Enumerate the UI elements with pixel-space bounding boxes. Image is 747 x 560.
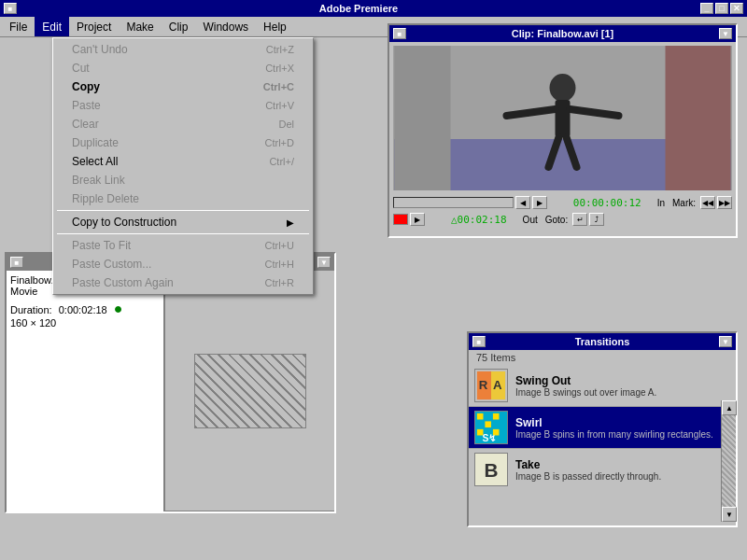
menu-paste[interactable]: Paste Ctrl+V xyxy=(53,96,313,115)
menu-help[interactable]: Help xyxy=(256,17,294,36)
transition-item-take[interactable]: B Take Image B is passed directly throug… xyxy=(469,449,721,486)
menu-clear[interactable]: Clear Del xyxy=(53,115,313,133)
menu-project[interactable]: Project xyxy=(69,17,119,36)
project-preview-pane xyxy=(165,271,334,511)
menu-cut[interactable]: Cut Ctrl+X xyxy=(53,59,313,77)
clip-video-area xyxy=(393,46,732,190)
transition-info-take: Take Image B is passed directly through. xyxy=(515,458,715,482)
clip-timecode2: △00:02:18 xyxy=(451,214,507,226)
project-min-btn[interactable]: ▼ xyxy=(317,257,331,268)
transitions-system-menu[interactable]: ■ xyxy=(472,336,486,347)
project-duration-row: Duration: 0:00:02:18 ● xyxy=(10,301,160,317)
clip-timecode1: 00:00:00:12 xyxy=(573,197,641,209)
menu-ripple-delete[interactable]: Ripple Delete xyxy=(53,189,313,208)
svg-text:S↯: S↯ xyxy=(483,433,497,443)
transition-name-swirl: Swirl xyxy=(515,416,715,429)
transition-icon-swing-out: R A xyxy=(474,369,508,402)
transitions-list: R A Swing Out Image B swings out over im… xyxy=(469,365,721,486)
project-preview-hatch xyxy=(194,354,306,428)
svg-rect-22 xyxy=(493,421,500,427)
clip-window: ■ Clip: Finalbow.avi [1] ▼ xyxy=(388,23,738,238)
menu-copy-to-construction[interactable]: Copy to Construction ▶ xyxy=(53,213,313,231)
transition-desc-swing-out: Image B swings out over image A. xyxy=(515,387,715,398)
menu-divider-2 xyxy=(57,233,309,234)
menu-make[interactable]: Make xyxy=(119,17,161,36)
project-system-menu[interactable]: ■ xyxy=(10,257,23,268)
scroll-track xyxy=(722,415,736,507)
svg-rect-4 xyxy=(666,46,731,190)
transitions-title: Transitions xyxy=(575,336,630,347)
project-duration-label: Duration: xyxy=(10,304,52,315)
clip-goto-out-btn[interactable]: ⤴ xyxy=(589,213,604,226)
project-color-icon: ● xyxy=(114,301,123,316)
transition-icon-swirl: S↯ xyxy=(474,411,508,444)
menu-break-link[interactable]: Break Link xyxy=(53,171,313,189)
svg-rect-17 xyxy=(477,413,484,420)
clip-video-frame xyxy=(393,46,732,190)
project-content: Finalbow.avi [1] Movie Duration: 0:00:02… xyxy=(7,271,334,511)
close-button[interactable]: ✕ xyxy=(730,3,743,14)
window-controls: _ □ ✕ xyxy=(700,3,743,14)
transitions-title-bar: ■ Transitions ▼ xyxy=(469,333,736,350)
menu-copy[interactable]: Copy Ctrl+C xyxy=(53,77,313,96)
menu-file[interactable]: File xyxy=(2,17,35,36)
transition-item-swirl[interactable]: S↯ Swirl Image B spins in from many swir… xyxy=(469,407,721,449)
clip-system-menu[interactable]: ■ xyxy=(393,28,406,39)
menu-edit[interactable]: Edit xyxy=(35,17,69,36)
clip-scrollbar[interactable] xyxy=(393,197,514,208)
svg-point-5 xyxy=(550,74,576,102)
clip-record-indicator xyxy=(393,214,408,225)
clip-prev-mark-btn[interactable]: ◀◀ xyxy=(700,196,715,209)
svg-text:R: R xyxy=(479,378,488,392)
transition-info-swing-out: Swing Out Image B swings out over image … xyxy=(515,374,715,398)
menu-duplicate[interactable]: Duplicate Ctrl+D xyxy=(53,133,313,152)
menu-paste-custom[interactable]: Paste Custom... Ctrl+H xyxy=(53,255,313,273)
menu-select-all[interactable]: Select All Ctrl+/ xyxy=(53,152,313,171)
title-bar: ■ Adobe Premiere _ □ ✕ xyxy=(0,0,747,17)
transition-name-take: Take xyxy=(515,458,715,471)
svg-rect-18 xyxy=(485,413,491,420)
clip-title-bar: ■ Clip: Finalbow.avi [1] ▼ xyxy=(389,25,736,42)
clip-controls-row1: ◀ ▶ 00:00:00:12 In Mark: ◀◀ ▶▶ xyxy=(389,194,736,211)
transitions-list-area: R A Swing Out Image B swings out over im… xyxy=(469,365,736,522)
menu-cant-undo[interactable]: Can't Undo Ctrl+Z xyxy=(53,40,313,59)
scroll-down-btn[interactable]: ▼ xyxy=(722,507,737,522)
menu-clip[interactable]: Clip xyxy=(162,17,196,36)
transition-info-swirl: Swirl Image B spins in from many swirlin… xyxy=(515,416,715,440)
project-dimensions: 160 × 120 xyxy=(10,317,160,329)
clip-mark-label: Mark: xyxy=(669,198,698,208)
svg-text:B: B xyxy=(484,459,498,481)
app-title: Adobe Premiere xyxy=(17,3,700,14)
clip-prev-frame-btn[interactable]: ◀ xyxy=(515,196,530,209)
transition-name-swing-out: Swing Out xyxy=(515,374,715,387)
transition-desc-take: Image B is passed directly through. xyxy=(515,471,715,482)
transitions-count: 75 Items xyxy=(469,350,736,365)
clip-controls-row2: ▶ △00:02:18 Out Goto: ↵ ⤴ xyxy=(389,211,736,228)
clip-next-frame-btn[interactable]: ▶ xyxy=(532,196,547,209)
project-duration: 0:00:02:18 xyxy=(59,304,107,315)
menu-paste-to-fit[interactable]: Paste To Fit Ctrl+U xyxy=(53,236,313,255)
clip-in-label: In xyxy=(655,198,668,208)
clip-out-label: Out xyxy=(520,215,541,225)
svg-rect-21 xyxy=(485,421,491,427)
svg-rect-3 xyxy=(395,46,451,190)
transition-desc-swirl: Image B spins in from many swirling rect… xyxy=(515,429,715,440)
transitions-close-btn[interactable]: ▼ xyxy=(719,336,732,347)
clip-next-mark-btn[interactable]: ▶▶ xyxy=(717,196,732,209)
clip-title: Clip: Finalbow.avi [1] xyxy=(512,28,614,39)
clip-play-btn[interactable]: ▶ xyxy=(410,213,425,226)
transitions-scrollbar[interactable]: ▲ ▼ xyxy=(721,400,736,522)
transition-icon-take: B xyxy=(474,453,508,486)
transition-item-swing-out[interactable]: R A Swing Out Image B swings out over im… xyxy=(469,365,721,407)
edit-dropdown-menu: Can't Undo Ctrl+Z Cut Ctrl+X Copy Ctrl+C… xyxy=(52,37,314,295)
minimize-button[interactable]: _ xyxy=(700,3,713,14)
maximize-button[interactable]: □ xyxy=(715,3,728,14)
system-menu-button[interactable]: ■ xyxy=(4,3,17,14)
menu-paste-custom-again[interactable]: Paste Custom Again Ctrl+R xyxy=(53,273,313,292)
scroll-up-btn[interactable]: ▲ xyxy=(722,400,737,415)
project-preview-area xyxy=(165,271,334,511)
clip-goto-in-btn[interactable]: ↵ xyxy=(572,213,587,226)
menu-windows[interactable]: Windows xyxy=(195,17,256,36)
clip-close-btn[interactable]: ▼ xyxy=(719,28,732,39)
clip-goto-label: Goto: xyxy=(543,215,571,225)
